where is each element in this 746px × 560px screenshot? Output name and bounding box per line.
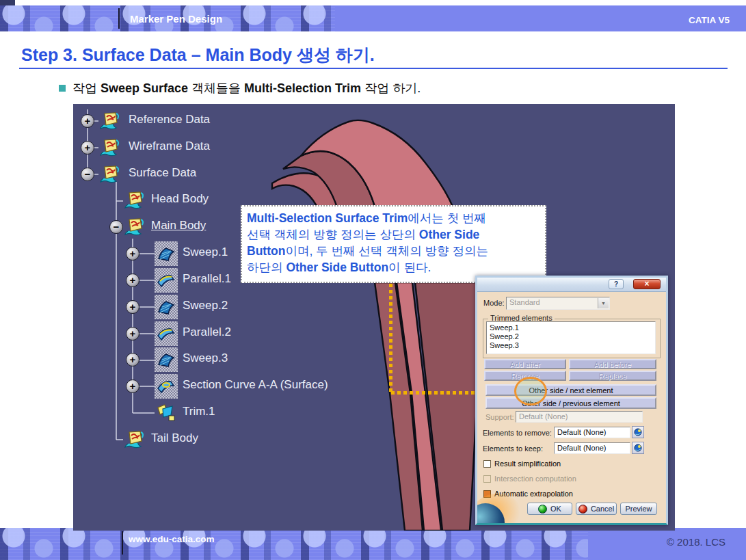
mode-value: Standard xyxy=(509,298,540,306)
footer-copyright: © 2018. LCS xyxy=(667,536,725,548)
cancel-button-label: Cancel xyxy=(591,505,614,513)
text-segment: 작업 xyxy=(72,81,101,95)
tree-item-tail-body[interactable]: Tail Body xyxy=(73,427,456,453)
support-field[interactable]: Default (None) xyxy=(516,411,643,423)
tree-item-section-curve-a-a-surface-[interactable]: + Section Curve A-A (Surface) xyxy=(73,373,456,399)
ok-button[interactable]: OK xyxy=(527,503,572,515)
tree-item-label[interactable]: Section Curve A-A (Surface) xyxy=(183,378,328,392)
section-icon xyxy=(156,376,176,397)
geoset-icon xyxy=(99,138,121,157)
elements-to-remove-field[interactable]: Default (None) xyxy=(554,427,630,438)
tree-item-sweep-3[interactable]: + Sweep.3 xyxy=(73,347,456,373)
close-button[interactable]: × xyxy=(633,279,661,289)
trim-icon xyxy=(156,403,176,423)
trimmed-elements-list[interactable]: Sweep.1Sweep.2Sweep.3 xyxy=(486,321,656,354)
parallel-icon xyxy=(156,270,176,291)
remove-elements-picker-button[interactable] xyxy=(632,426,644,438)
expand-plus-icon[interactable]: + xyxy=(126,379,139,393)
expand-plus-icon[interactable]: + xyxy=(126,300,139,314)
text-segment: 하단의 xyxy=(247,261,286,274)
tree-item-label[interactable]: Head Body xyxy=(151,192,209,206)
tree-item-label[interactable]: Wireframe Data xyxy=(129,139,210,153)
tree-item-wireframe-data[interactable]: + Wireframe Data xyxy=(73,135,456,161)
add-before-button[interactable]: Add before xyxy=(569,359,656,369)
add-after-button[interactable]: Add after xyxy=(484,359,566,369)
tree-item-label[interactable]: Sweep.3 xyxy=(183,351,228,365)
highlight-circle xyxy=(514,377,547,405)
text-segment: Sweep Surface xyxy=(101,81,188,95)
tree-item-icon-cell xyxy=(98,162,122,187)
text-segment: 객체들을 xyxy=(188,81,244,95)
expand-plus-icon[interactable]: + xyxy=(126,353,139,366)
tree-item-parallel-2[interactable]: + Parallel.2 xyxy=(73,321,456,347)
bullet-text: 작업 Sweep Surface 객체들을 Multi-Selection Tr… xyxy=(72,80,421,96)
preview-button[interactable]: Preview xyxy=(620,503,657,515)
expand-plus-icon[interactable]: + xyxy=(81,141,94,155)
keep-elements-picker-button[interactable] xyxy=(632,442,644,454)
footer-pattern xyxy=(0,528,588,560)
trimmed-element-item[interactable]: Sweep.1 xyxy=(490,323,652,332)
footer-separator xyxy=(122,531,123,555)
footer-site-link[interactable]: www.edu-catia.com xyxy=(129,534,215,544)
page-title: Step 3. Surface Data – Main Body 생성 하기. xyxy=(21,44,375,66)
tree-item-trim-1[interactable]: Trim.1 xyxy=(73,400,456,426)
collapse-minus-icon[interactable]: − xyxy=(81,168,94,181)
text-segment: 작업 하기. xyxy=(361,81,421,95)
tree-item-icon-cell xyxy=(155,401,178,425)
sweep-icon xyxy=(156,349,176,370)
tree-item-icon-cell xyxy=(155,347,178,372)
header-band xyxy=(0,5,746,31)
text-segment: Other Side Button xyxy=(286,261,388,274)
text-segment: 선택 객체의 방향 정의는 상단의 xyxy=(247,228,419,241)
tree-item-label[interactable]: Sweep.1 xyxy=(183,245,228,259)
corner-chip xyxy=(0,0,15,5)
support-label: Support: xyxy=(485,413,514,421)
expand-plus-icon[interactable]: + xyxy=(126,327,139,341)
elements-to-keep-field[interactable]: Default (None) xyxy=(554,442,630,454)
eraser-icon xyxy=(633,427,643,437)
text-segment: 이 된다. xyxy=(388,261,431,274)
tree-item-label[interactable]: Parallel.1 xyxy=(183,272,231,286)
mode-label: Mode: xyxy=(483,299,505,307)
trim-dialog: ? × Mode: Standard ▼ Trimmed elements Sw… xyxy=(475,276,668,525)
annotation-callout: Multi-Selection Surface Trim에서는 첫 번째 선택 … xyxy=(241,205,546,283)
mode-combobox[interactable]: Standard ▼ xyxy=(506,297,610,310)
title-underline xyxy=(19,68,728,69)
tree-item-icon-cell xyxy=(98,109,122,133)
tree-item-label[interactable]: Tail Body xyxy=(151,431,198,445)
tree-item-label[interactable]: Main Body xyxy=(151,219,206,232)
tree-item-label[interactable]: Parallel.2 xyxy=(183,325,231,339)
checkbox-icon[interactable] xyxy=(483,460,491,468)
replace-button[interactable]: Replace xyxy=(569,371,656,381)
tree-item-reference-data[interactable]: + Reference Data xyxy=(73,108,456,134)
tree-item-surface-data[interactable]: − Surface Data xyxy=(73,161,456,187)
collapse-minus-icon[interactable]: − xyxy=(109,220,123,234)
tree-item-label[interactable]: Reference Data xyxy=(129,113,210,126)
trimmed-element-item[interactable]: Sweep.3 xyxy=(490,341,652,350)
other-side-previous-button[interactable]: Other side / previous element xyxy=(485,397,656,409)
tree-item-sweep-2[interactable]: + Sweep.2 xyxy=(73,294,456,320)
geoset-icon xyxy=(124,191,146,210)
trimmed-element-item[interactable]: Sweep.2 xyxy=(490,332,652,341)
geoset-icon xyxy=(124,217,146,237)
text-segment: 이며, 두 번째 선택 객체의 방향 정의는 xyxy=(285,244,488,258)
preview-button-label: Preview xyxy=(625,505,652,513)
cancel-button[interactable]: Cancel xyxy=(576,503,617,515)
expand-plus-icon[interactable]: + xyxy=(126,247,139,261)
other-side-next-button[interactable]: Other side / next element xyxy=(485,384,656,396)
chevron-down-icon[interactable]: ▼ xyxy=(598,298,609,308)
header-brand: CATIA V5 xyxy=(689,15,730,25)
expand-plus-icon[interactable]: + xyxy=(81,114,94,128)
callout-line: Multi-Selection Surface Trim에서는 첫 번째 xyxy=(247,210,540,226)
tree-item-label[interactable]: Surface Data xyxy=(129,166,196,180)
sweep-icon xyxy=(156,243,176,264)
tree-item-label[interactable]: Trim.1 xyxy=(183,405,215,418)
callout-line: 선택 객체의 방향 정의는 상단의 Other Side xyxy=(247,226,540,243)
expand-plus-icon[interactable]: + xyxy=(126,274,139,287)
dialog-titlebar[interactable]: ? × xyxy=(477,278,666,292)
tree-item-label[interactable]: Sweep.2 xyxy=(183,299,228,312)
red-orb-icon xyxy=(578,505,587,514)
slide-canvas: Marker Pen Design CATIA V5 Step 3. Surfa… xyxy=(0,0,746,560)
help-button[interactable]: ? xyxy=(609,279,624,289)
text-segment: Multi-Selection Surface Trim xyxy=(247,211,408,225)
